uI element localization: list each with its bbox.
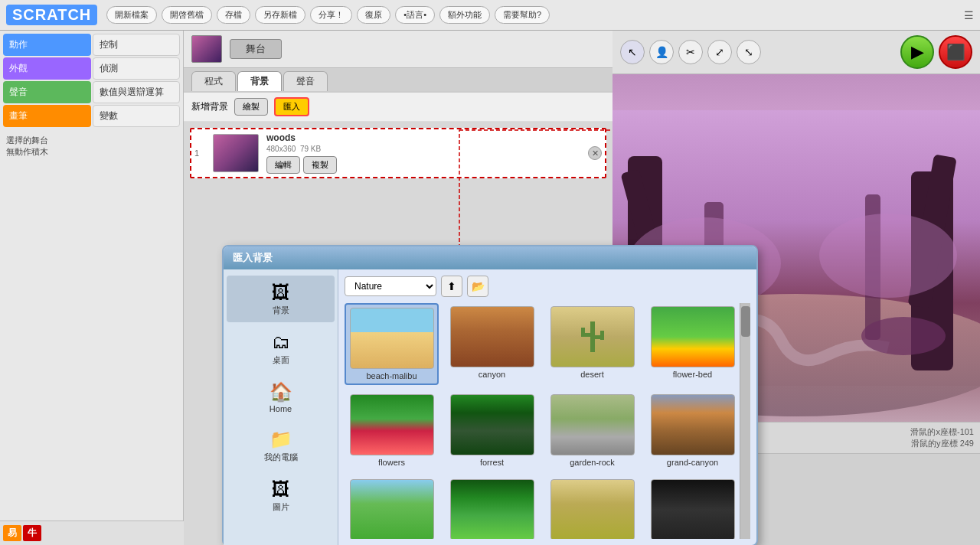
image-thumb-jungle xyxy=(450,479,534,539)
new-file-button[interactable]: 開新檔案 xyxy=(106,6,157,24)
scissor-tool-button[interactable]: ✂ xyxy=(678,40,703,64)
image-item-desert[interactable]: desert xyxy=(545,303,639,385)
image-item-flowerbed[interactable]: flower-bed xyxy=(645,303,740,385)
category-select[interactable]: Nature xyxy=(345,276,436,296)
save-as-button[interactable]: 另存新檔 xyxy=(255,6,305,24)
draw-backdrop-button[interactable]: 繪製 xyxy=(234,98,268,116)
import-dialog: 匯入背景 🖼 背景 🗂 桌面 🏠 Home xyxy=(222,245,758,545)
sidebar-backdrop-label: 背景 xyxy=(273,305,289,316)
import-dialog-title: 匯入背景 xyxy=(224,246,756,269)
svg-point-17 xyxy=(861,317,946,355)
image-item-garden-rock[interactable]: garden-rock xyxy=(545,391,639,470)
sidebar-item-mycomputer[interactable]: 📁 我的電腦 xyxy=(227,423,335,469)
image-thumb-flowerbed xyxy=(651,306,735,367)
backdrop-name: woods xyxy=(266,132,580,143)
image-label-garden-rock: garden-rock xyxy=(570,458,615,467)
svg-rect-2 xyxy=(581,328,585,337)
image-item-grand-canyon[interactable]: grand-canyon xyxy=(645,391,740,470)
image-item-savanna[interactable]: savanna xyxy=(545,476,639,539)
import-dialog-body: 🖼 背景 🗂 桌面 🏠 Home 📁 我的電腦 xyxy=(224,269,756,545)
hard-tag[interactable]: 牛 xyxy=(23,525,41,541)
appearance-category[interactable]: 外觀 xyxy=(3,57,91,80)
operators-category[interactable]: 數值與選辯運算 xyxy=(93,81,181,103)
variables-category[interactable]: 變數 xyxy=(93,105,181,127)
image-label-grand-canyon: grand-canyon xyxy=(667,458,718,467)
svg-rect-0 xyxy=(590,321,595,352)
sidebar-pictures-label: 圖片 xyxy=(273,501,289,513)
backdrop-icon: 🖼 xyxy=(272,282,290,303)
image-thumb-canyon xyxy=(450,306,534,367)
new-backdrop-bar: 新增背景 繪製 匯入 xyxy=(184,93,612,122)
image-thumb-flowers xyxy=(350,394,434,455)
backdrop-thumbnail xyxy=(213,134,259,172)
image-item-canyon[interactable]: canyon xyxy=(445,303,539,385)
extras-button[interactable]: 額外功能 xyxy=(439,6,490,24)
backdrop-list: 1 woods 480x360 79 KB 編輯 複製 ✕ xyxy=(184,122,612,184)
tab-backdrop[interactable]: 背景 xyxy=(237,71,282,91)
settings-icon[interactable]: ☰ xyxy=(964,9,974,21)
share-button[interactable]: 分享！ xyxy=(310,6,352,24)
open-file-button[interactable]: 開啓舊檔 xyxy=(162,6,212,24)
image-item-beach-malibu[interactable]: beach-malibu xyxy=(345,303,439,385)
pen-category[interactable]: 畫筆 xyxy=(3,105,91,127)
image-thumb-grand-canyon xyxy=(651,394,735,455)
coord-y-label: 滑鼠的y座標 249 xyxy=(910,438,974,449)
dialog-scrollbar[interactable] xyxy=(740,303,750,539)
edit-backdrop-button[interactable]: 編輯 xyxy=(266,156,300,174)
tab-sound[interactable]: 聲音 xyxy=(283,71,328,91)
image-thumb-grass xyxy=(350,479,434,539)
image-label-flowers: flowers xyxy=(378,458,405,467)
image-thumb-desert xyxy=(550,306,635,367)
motion-category[interactable]: 動作 xyxy=(3,34,91,56)
new-backdrop-label: 新增背景 xyxy=(191,100,228,113)
image-item-flowers[interactable]: flowers xyxy=(345,391,439,470)
tabs-bar: 程式 背景 聲音 xyxy=(184,68,612,93)
shrink-tool-button[interactable]: ⤡ xyxy=(737,40,761,64)
pictures-icon: 🖼 xyxy=(272,478,290,500)
category-section: 動作 控制 外觀 偵測 聲音 數值與選辯運算 畫筆 變數 xyxy=(0,31,183,130)
save-button[interactable]: 存檔 xyxy=(217,6,250,24)
image-label-beach: beach-malibu xyxy=(366,371,416,380)
delete-backdrop-button[interactable]: ✕ xyxy=(588,146,602,160)
main-layout: 動作 控制 外觀 偵測 聲音 數值與選辯運算 畫筆 變數 選擇的舞台 無動作積木… xyxy=(0,31,980,545)
expand-tool-button[interactable]: ⤢ xyxy=(707,40,732,64)
image-item-forrest[interactable]: forrest xyxy=(445,391,539,470)
restore-button[interactable]: 復原 xyxy=(357,6,390,24)
folder-icon-btn[interactable]: 📂 xyxy=(467,276,488,297)
language-button[interactable]: •語言• xyxy=(395,6,435,24)
easy-tag[interactable]: 易 xyxy=(3,525,21,541)
app-logo: SCRATCH xyxy=(6,5,97,25)
import-backdrop-button[interactable]: 匯入 xyxy=(274,97,309,116)
image-thumb-savanna xyxy=(550,479,635,539)
copy-backdrop-button[interactable]: 複製 xyxy=(303,156,337,174)
no-scripts-label: 無動作積木 xyxy=(6,146,177,158)
image-thumb-garden-rock xyxy=(550,394,635,455)
person-tool-button[interactable]: 👤 xyxy=(649,40,674,64)
dialog-toolbar: Nature ⬆ 📂 xyxy=(345,276,750,297)
control-category[interactable]: 控制 xyxy=(93,34,181,56)
tab-script[interactable]: 程式 xyxy=(191,71,236,91)
help-button[interactable]: 需要幫助? xyxy=(495,6,550,24)
green-flag-button[interactable]: ▶ xyxy=(900,35,934,69)
backdrop-actions: 編輯 複製 xyxy=(266,156,580,174)
sidebar-item-pictures[interactable]: 🖼 圖片 xyxy=(227,472,335,519)
sound-category[interactable]: 聲音 xyxy=(3,81,91,103)
left-panel: 動作 控制 外觀 偵測 聲音 數值與選辯運算 畫筆 變數 選擇的舞台 無動作積木 xyxy=(0,31,184,545)
sprite-header: 舞台 xyxy=(184,31,612,68)
sidebar-home-label: Home xyxy=(270,404,292,413)
upload-icon-btn[interactable]: ⬆ xyxy=(441,276,462,297)
sidebar-mycomputer-label: 我的電腦 xyxy=(264,452,298,463)
sidebar-item-backdrop[interactable]: 🖼 背景 xyxy=(227,276,335,322)
red-stop-button[interactable]: ⬛ xyxy=(939,35,972,69)
sidebar-item-desktop[interactable]: 🗂 桌面 xyxy=(227,325,335,372)
image-item-dark[interactable]: ... xyxy=(645,476,740,539)
top-bar: SCRATCH 開新檔案 開啓舊檔 存檔 另存新檔 分享！ 復原 •語言• 額外… xyxy=(0,0,980,31)
image-item-grass[interactable]: grass xyxy=(345,476,439,539)
scrollbar-thumb xyxy=(741,306,750,337)
sidebar-item-home[interactable]: 🏠 Home xyxy=(227,375,335,419)
image-item-jungle[interactable]: jungle xyxy=(445,476,539,539)
mycomputer-icon: 📁 xyxy=(270,429,292,450)
cursor-tool-button[interactable]: ↖ xyxy=(620,40,645,64)
sensing-category[interactable]: 偵測 xyxy=(93,57,181,80)
svg-point-19 xyxy=(819,214,957,298)
